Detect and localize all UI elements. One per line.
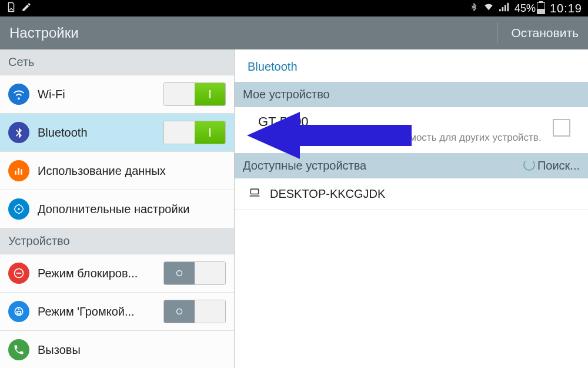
status-bar: 45% 10:19: [0, 0, 588, 16]
calls-icon: [8, 339, 29, 360]
bluetooth-status-icon: [470, 2, 478, 15]
visibility-checkbox[interactable]: [553, 119, 570, 137]
my-device-name: GT-5100: [258, 114, 564, 130]
sidebar-item-more[interactable]: Дополнительные настройки: [0, 190, 234, 228]
more-label: Дополнительные настройки: [38, 203, 226, 216]
svg-point-13: [177, 309, 182, 314]
handsfree-icon: [8, 301, 29, 322]
svg-point-10: [177, 271, 182, 276]
device-name: DESKTOP-KKCGJDK: [270, 187, 385, 201]
battery-percent: 45%: [514, 2, 536, 15]
wifi-icon: [8, 84, 29, 105]
sidebar-item-data-usage[interactable]: Использование данных: [0, 152, 234, 190]
laptop-icon: [248, 187, 262, 201]
section-network: Сеть: [0, 49, 234, 75]
sidebar-item-bluetooth[interactable]: Bluetooth I: [0, 114, 234, 152]
sidebar-item-calls[interactable]: Вызовы: [0, 331, 234, 368]
available-devices-header: Доступные устройства Поиск...: [235, 153, 588, 178]
bluetooth-toggle[interactable]: I: [163, 121, 226, 144]
stop-button[interactable]: Остановить: [497, 22, 579, 44]
svg-rect-2: [505, 5, 506, 11]
content-pane: Bluetooth Мое устройство GT-5100 Выберит…: [235, 49, 588, 368]
battery-indicator: 45%: [514, 2, 545, 15]
svg-rect-14: [250, 189, 258, 194]
content-title: Bluetooth: [235, 49, 588, 82]
search-status: Поиск...: [523, 159, 580, 173]
block-mode-toggle[interactable]: [163, 261, 226, 285]
page-title: Настройки: [9, 25, 79, 41]
wifi-toggle[interactable]: I: [163, 82, 226, 106]
svg-rect-6: [21, 170, 22, 175]
svg-point-12: [18, 309, 20, 310]
my-device-header: Мое устройство: [235, 82, 588, 107]
signal-icon: [499, 2, 510, 15]
doc-icon: [6, 2, 16, 15]
data-usage-label: Использование данных: [38, 164, 226, 178]
pencil-icon: [21, 2, 32, 15]
spinner-icon: [523, 159, 535, 171]
my-device-row[interactable]: GT-5100 Выберите, чтобы включить видимос…: [235, 107, 588, 153]
svg-rect-4: [15, 171, 16, 175]
calls-label: Вызовы: [38, 343, 226, 357]
data-usage-icon: [8, 160, 29, 181]
bluetooth-label: Bluetooth: [38, 126, 155, 140]
svg-rect-5: [18, 168, 19, 175]
more-icon: [8, 198, 29, 220]
section-device: Устройство: [0, 228, 234, 254]
svg-point-7: [18, 208, 19, 210]
sidebar-item-block-mode[interactable]: Режим блокиров...: [0, 254, 234, 293]
action-bar: Настройки Остановить: [0, 16, 588, 49]
my-device-hint: Выберите, чтобы включить видимость для д…: [258, 132, 564, 144]
sidebar-item-wifi[interactable]: Wi-Fi I: [0, 75, 234, 114]
wifi-label: Wi-Fi: [38, 88, 155, 101]
svg-rect-3: [507, 2, 509, 11]
bluetooth-icon: [8, 122, 29, 143]
available-device-row[interactable]: DESKTOP-KKCGJDK: [235, 178, 588, 210]
settings-sidebar: Сеть Wi-Fi I Bluetooth I Использование д…: [0, 49, 235, 368]
wifi-status-icon: [483, 2, 495, 15]
handsfree-toggle[interactable]: [163, 300, 226, 323]
svg-rect-9: [16, 273, 21, 274]
handsfree-label: Режим 'Громкой...: [38, 305, 155, 319]
block-mode-label: Режим блокиров...: [38, 267, 155, 280]
sidebar-item-handsfree[interactable]: Режим 'Громкой...: [0, 293, 234, 331]
clock: 10:19: [550, 2, 582, 15]
block-mode-icon: [8, 263, 29, 284]
svg-rect-0: [499, 9, 501, 11]
svg-rect-1: [502, 7, 503, 11]
